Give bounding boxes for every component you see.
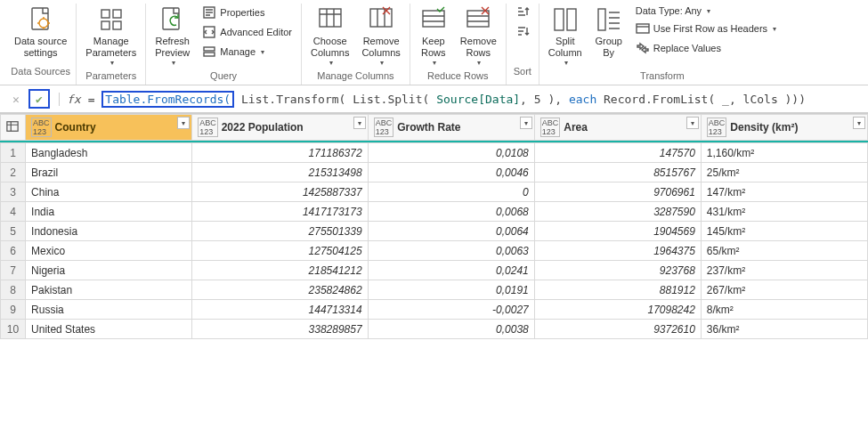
remove-columns-button[interactable]: RemoveColumns bbox=[358, 4, 403, 69]
cell-growth[interactable]: -0,0027 bbox=[368, 300, 534, 320]
table-row[interactable]: 5Indonesia2755013390,00641904569145/km² bbox=[1, 222, 868, 241]
column-header-population[interactable]: ABC123 2022 Population ▾ bbox=[192, 115, 369, 141]
cell-country[interactable]: Bangladesh bbox=[26, 143, 192, 163]
row-number[interactable]: 10 bbox=[1, 320, 26, 339]
cell-density[interactable]: 36/km² bbox=[701, 320, 867, 339]
cell-population[interactable]: 275501339 bbox=[192, 222, 369, 241]
cell-growth[interactable]: 0,0241 bbox=[368, 261, 534, 280]
cell-country[interactable]: Nigeria bbox=[26, 261, 192, 280]
cell-area[interactable]: 9706961 bbox=[534, 182, 701, 202]
cell-growth[interactable]: 0,0064 bbox=[368, 222, 534, 241]
cell-density[interactable]: 237/km² bbox=[701, 261, 867, 280]
row-number[interactable]: 4 bbox=[1, 202, 26, 222]
formula-confirm-button[interactable]: ✔ bbox=[28, 89, 50, 109]
column-header-density[interactable]: ABC123 Density (km²) ▾ bbox=[701, 115, 867, 141]
cell-population[interactable]: 127504125 bbox=[192, 241, 369, 261]
filter-button[interactable]: ▾ bbox=[853, 117, 865, 129]
sort-asc-button[interactable] bbox=[512, 4, 533, 21]
cell-growth[interactable]: 0,0063 bbox=[368, 241, 534, 261]
cell-country[interactable]: Indonesia bbox=[26, 222, 192, 241]
row-number[interactable]: 2 bbox=[1, 163, 26, 182]
cell-growth[interactable]: 0,0046 bbox=[368, 163, 534, 182]
keep-rows-button[interactable]: KeepRows bbox=[416, 4, 451, 69]
column-header-growth[interactable]: ABC123 Growth Rate ▾ bbox=[368, 115, 534, 141]
cell-population[interactable]: 1417173173 bbox=[192, 202, 369, 222]
cell-density[interactable]: 1,160/km² bbox=[701, 143, 867, 163]
cell-density[interactable]: 145/km² bbox=[701, 222, 867, 241]
cell-growth[interactable]: 0,0108 bbox=[368, 143, 534, 163]
cell-country[interactable]: Mexico bbox=[26, 241, 192, 261]
cell-population[interactable]: 235824862 bbox=[192, 280, 369, 300]
row-number[interactable]: 3 bbox=[1, 182, 26, 202]
cell-area[interactable]: 1964375 bbox=[534, 241, 701, 261]
cell-area[interactable]: 923768 bbox=[534, 261, 701, 280]
cell-area[interactable]: 147570 bbox=[534, 143, 701, 163]
manage-button[interactable]: Manage bbox=[199, 43, 296, 61]
cell-area[interactable]: 8515767 bbox=[534, 163, 701, 182]
table-row[interactable]: 4India14171731730,00683287590431/km² bbox=[1, 202, 868, 222]
table-row[interactable]: 8Pakistan2358248620,0191881912267/km² bbox=[1, 280, 868, 300]
cell-population[interactable]: 218541212 bbox=[192, 261, 369, 280]
filter-button[interactable]: ▾ bbox=[686, 117, 699, 129]
table-corner[interactable] bbox=[1, 115, 26, 141]
cell-density[interactable]: 65/km² bbox=[701, 241, 867, 261]
cell-country[interactable]: Russia bbox=[26, 300, 192, 320]
cell-country[interactable]: Pakistan bbox=[26, 280, 192, 300]
filter-button[interactable]: ▾ bbox=[520, 117, 532, 129]
filter-button[interactable]: ▾ bbox=[177, 117, 190, 129]
cell-country[interactable]: India bbox=[26, 202, 192, 222]
table-row[interactable]: 9Russia144713314-0,0027170982428/km² bbox=[1, 300, 868, 320]
cell-population[interactable]: 215313498 bbox=[192, 163, 369, 182]
row-number[interactable]: 8 bbox=[1, 280, 26, 300]
formula-cancel-button[interactable]: ✕ bbox=[5, 89, 27, 109]
row-number[interactable]: 5 bbox=[1, 222, 26, 241]
column-header-area[interactable]: ABC123 Area ▾ bbox=[534, 115, 701, 141]
cell-population[interactable]: 338289857 bbox=[192, 320, 369, 339]
formula-input[interactable]: = Table.FromRecords( List.Transform( Lis… bbox=[88, 93, 863, 106]
properties-button[interactable]: Properties bbox=[199, 4, 296, 21]
cell-density[interactable]: 25/km² bbox=[701, 163, 867, 182]
row-number[interactable]: 9 bbox=[1, 300, 26, 320]
first-row-headers-button[interactable]: Use First Row as Headers bbox=[632, 20, 780, 37]
cell-area[interactable]: 1904569 bbox=[534, 222, 701, 241]
cell-area[interactable]: 3287590 bbox=[534, 202, 701, 222]
table-row[interactable]: 2Brazil2153134980,0046851576725/km² bbox=[1, 163, 868, 182]
group-by-button[interactable]: GroupBy bbox=[591, 4, 627, 61]
cell-area[interactable]: 17098242 bbox=[534, 300, 701, 320]
cell-density[interactable]: 431/km² bbox=[701, 202, 867, 222]
cell-country[interactable]: Brazil bbox=[26, 163, 192, 182]
table-row[interactable]: 7Nigeria2185412120,0241923768237/km² bbox=[1, 261, 868, 280]
row-number[interactable]: 7 bbox=[1, 261, 26, 280]
row-number[interactable]: 1 bbox=[1, 143, 26, 163]
advanced-editor-button[interactable]: Advanced Editor bbox=[199, 23, 296, 41]
remove-rows-button[interactable]: RemoveRows bbox=[457, 4, 500, 69]
cell-density[interactable]: 8/km² bbox=[701, 300, 867, 320]
cell-population[interactable]: 1425887337 bbox=[192, 182, 369, 202]
data-source-settings-button[interactable]: Data sourcesettings bbox=[11, 4, 70, 61]
cell-area[interactable]: 881912 bbox=[534, 280, 701, 300]
filter-button[interactable]: ▾ bbox=[353, 117, 366, 129]
cell-country[interactable]: China bbox=[26, 182, 192, 202]
row-number[interactable]: 6 bbox=[1, 241, 26, 261]
replace-values-button[interactable]: Replace Values bbox=[632, 39, 780, 57]
data-type-button[interactable]: Data Type: Any bbox=[632, 4, 780, 18]
table-row[interactable]: 10United States3382898570,0038937261036/… bbox=[1, 320, 868, 339]
cell-growth[interactable]: 0 bbox=[368, 182, 534, 202]
cell-growth[interactable]: 0,0068 bbox=[368, 202, 534, 222]
choose-columns-button[interactable]: ChooseColumns bbox=[307, 4, 353, 69]
split-column-button[interactable]: SplitColumn bbox=[545, 4, 586, 69]
cell-population[interactable]: 171186372 bbox=[192, 143, 369, 163]
cell-country[interactable]: United States bbox=[26, 320, 192, 339]
cell-growth[interactable]: 0,0038 bbox=[368, 320, 534, 339]
sort-desc-button[interactable] bbox=[512, 23, 533, 41]
table-row[interactable]: 6Mexico1275041250,0063196437565/km² bbox=[1, 241, 868, 261]
column-header-country[interactable]: ABC123 Country ▾ bbox=[26, 115, 192, 141]
manage-parameters-button[interactable]: ManageParameters bbox=[82, 4, 140, 69]
cell-area[interactable]: 9372610 bbox=[534, 320, 701, 339]
cell-density[interactable]: 267/km² bbox=[701, 280, 867, 300]
cell-population[interactable]: 144713314 bbox=[192, 300, 369, 320]
cell-growth[interactable]: 0,0191 bbox=[368, 280, 534, 300]
table-row[interactable]: 1Bangladesh1711863720,01081475701,160/km… bbox=[1, 143, 868, 163]
table-row[interactable]: 3China142588733709706961147/km² bbox=[1, 182, 868, 202]
cell-density[interactable]: 147/km² bbox=[701, 182, 867, 202]
